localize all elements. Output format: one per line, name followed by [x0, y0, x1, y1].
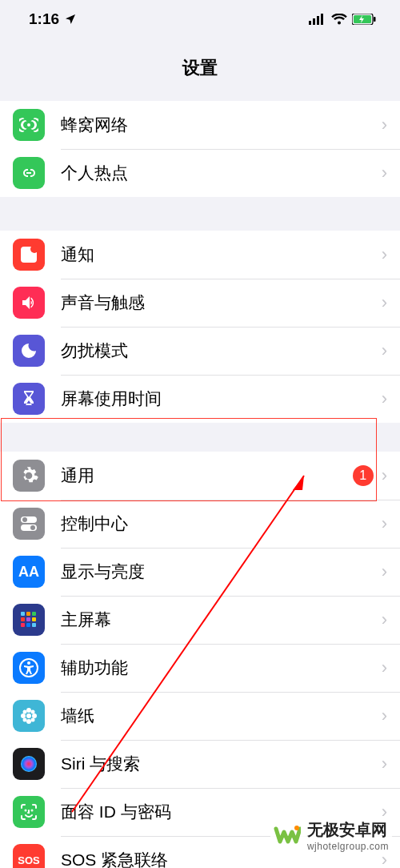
row-label: 通用: [61, 464, 353, 487]
watermark-site: wjhotelgroup.com: [307, 841, 389, 852]
row-wallpaper[interactable]: 墙纸 ›: [0, 692, 400, 740]
svg-point-38: [294, 826, 299, 830]
chevron-right-icon: ›: [382, 115, 387, 135]
row-label: 墙纸: [61, 705, 374, 727]
antenna-icon: [13, 109, 45, 141]
chevron-right-icon: ›: [382, 388, 387, 409]
row-display[interactable]: AA 显示与亮度 ›: [0, 548, 400, 596]
row-label: 勿扰模式: [61, 340, 374, 362]
chevron-right-icon: ›: [382, 609, 387, 630]
chevron-right-icon: ›: [382, 340, 387, 361]
row-label: 屏幕使用时间: [61, 388, 374, 410]
settings-list: 蜂窝网络 › 个人热点 › 通知 › 声音与触感 ›: [0, 101, 400, 868]
chevron-right-icon: ›: [382, 465, 387, 486]
row-home-screen[interactable]: 主屏幕 ›: [0, 596, 400, 644]
svg-point-27: [21, 713, 26, 718]
row-label: 声音与触感: [61, 291, 374, 314]
siri-icon: [13, 748, 45, 780]
gear-icon: [13, 460, 45, 492]
svg-point-33: [21, 756, 37, 772]
grid-icon: [13, 604, 45, 636]
row-label: 蜂窝网络: [61, 114, 374, 136]
svg-point-24: [26, 713, 31, 718]
status-left: 1:16: [29, 10, 77, 28]
group-network: 蜂窝网络 › 个人热点 ›: [0, 101, 400, 197]
wifi-icon: [331, 14, 347, 25]
svg-rect-21: [32, 623, 36, 627]
link-icon: [13, 157, 45, 189]
chevron-right-icon: ›: [382, 753, 387, 774]
row-general[interactable]: 通用 1 ›: [0, 452, 400, 500]
notification-icon: [13, 239, 45, 271]
row-label: 辅助功能: [61, 657, 374, 679]
watermark: 无极安卓网 wjhotelgroup.com: [270, 818, 392, 854]
svg-point-25: [26, 708, 31, 713]
svg-rect-3: [321, 14, 323, 25]
chevron-right-icon: ›: [382, 657, 387, 678]
row-siri[interactable]: Siri 与搜索 ›: [0, 740, 400, 788]
row-sounds[interactable]: 声音与触感 ›: [0, 279, 400, 327]
signal-icon: [309, 14, 326, 25]
svg-point-23: [27, 661, 30, 665]
svg-rect-18: [32, 617, 36, 621]
section-gap: [0, 197, 400, 231]
faceid-icon: [13, 796, 45, 828]
row-hotspot[interactable]: 个人热点 ›: [0, 149, 400, 197]
svg-rect-13: [21, 612, 25, 616]
status-time: 1:16: [29, 10, 59, 28]
row-notifications[interactable]: 通知 ›: [0, 231, 400, 279]
row-cellular[interactable]: 蜂窝网络 ›: [0, 101, 400, 149]
chevron-right-icon: ›: [382, 292, 387, 313]
svg-rect-6: [374, 17, 376, 22]
svg-rect-15: [32, 612, 36, 616]
toggles-icon: [13, 508, 45, 540]
row-dnd[interactable]: 勿扰模式 ›: [0, 327, 400, 375]
svg-point-10: [22, 517, 27, 522]
row-control-center[interactable]: 控制中心 ›: [0, 500, 400, 548]
speaker-icon: [13, 287, 45, 319]
chevron-right-icon: ›: [382, 513, 387, 534]
svg-point-35: [32, 810, 33, 811]
notification-badge: 1: [353, 465, 374, 486]
watermark-logo-icon: [274, 822, 301, 850]
svg-point-28: [32, 713, 37, 718]
svg-rect-17: [26, 617, 30, 621]
section-gap: [0, 423, 400, 452]
svg-rect-20: [26, 623, 30, 627]
svg-point-32: [31, 718, 35, 722]
row-label: 控制中心: [61, 512, 374, 535]
hourglass-icon: [13, 383, 45, 415]
chevron-right-icon: ›: [382, 705, 387, 726]
svg-point-30: [31, 710, 35, 714]
flower-icon: [13, 700, 45, 732]
svg-point-26: [26, 719, 31, 724]
chevron-right-icon: ›: [382, 163, 387, 183]
svg-rect-19: [21, 623, 25, 627]
aa-icon: AA: [13, 556, 45, 588]
accessibility-icon: [13, 652, 45, 684]
row-label: 通知: [61, 243, 374, 266]
row-label: Siri 与搜索: [61, 753, 374, 775]
svg-point-29: [23, 710, 27, 714]
sos-icon: SOS: [13, 844, 45, 868]
svg-point-12: [30, 525, 35, 530]
svg-rect-14: [26, 612, 30, 616]
status-bar: 1:16: [0, 0, 400, 38]
moon-icon: [13, 335, 45, 367]
chevron-right-icon: ›: [382, 244, 387, 265]
group-general: 通用 1 › 控制中心 › AA 显示与亮度 › 主屏幕 ›: [0, 452, 400, 868]
svg-rect-0: [309, 21, 311, 25]
row-label: 主屏幕: [61, 609, 374, 631]
row-screentime[interactable]: 屏幕使用时间 ›: [0, 375, 400, 423]
row-label: 显示与亮度: [61, 561, 374, 583]
svg-rect-1: [313, 18, 315, 25]
row-accessibility[interactable]: 辅助功能 ›: [0, 644, 400, 692]
chevron-right-icon: ›: [382, 561, 387, 582]
group-notifications: 通知 › 声音与触感 › 勿扰模式 › 屏幕使用时间 ›: [0, 231, 400, 423]
watermark-brand: 无极安卓网: [307, 819, 389, 841]
svg-point-8: [30, 245, 38, 253]
location-icon: [64, 13, 77, 26]
watermark-text: 无极安卓网 wjhotelgroup.com: [307, 819, 389, 852]
svg-point-34: [26, 810, 26, 811]
battery-icon: [352, 14, 376, 25]
